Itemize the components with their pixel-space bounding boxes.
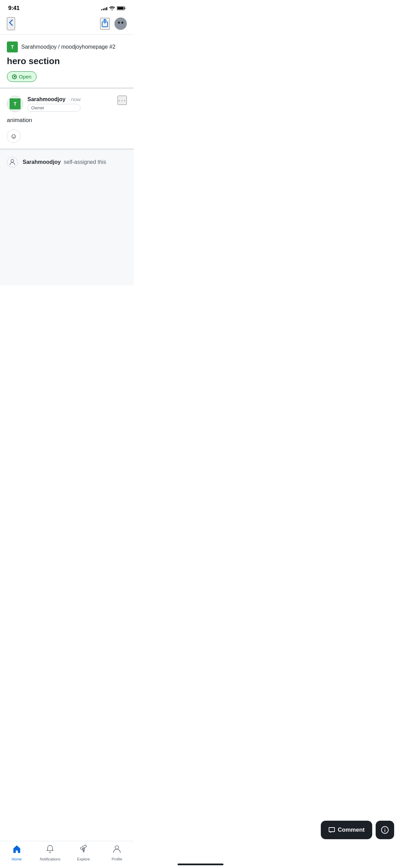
comment-user-details: Sarahmoodjoy · now Owner bbox=[27, 96, 81, 112]
comment-logo-icon: T bbox=[14, 101, 17, 107]
nav-bar bbox=[0, 14, 134, 34]
emoji-reaction-button[interactable]: ☺ bbox=[7, 129, 21, 143]
svg-point-7 bbox=[11, 159, 14, 162]
svg-rect-1 bbox=[125, 8, 125, 9]
status-bar: 9:41 bbox=[0, 0, 134, 14]
activity-section: Sarahmoodjoy self-assigned this bbox=[0, 148, 134, 286]
open-label: Open bbox=[19, 74, 32, 80]
battery-icon bbox=[117, 6, 125, 10]
issue-header: T Sarahmoodjoy / moodjoyhomepage #2 hero… bbox=[0, 35, 134, 87]
svg-point-4 bbox=[114, 17, 127, 30]
comment-user-info: T Sarahmoodjoy · now Owner bbox=[7, 96, 81, 112]
back-button[interactable] bbox=[7, 17, 15, 30]
wifi-icon bbox=[109, 6, 115, 10]
comment-section: T Sarahmoodjoy · now Owner ··· animation… bbox=[0, 87, 134, 148]
open-badge: Open bbox=[7, 71, 37, 82]
share-button[interactable] bbox=[100, 18, 110, 30]
status-icons bbox=[101, 6, 125, 10]
activity-text: Sarahmoodjoy self-assigned this bbox=[23, 159, 106, 165]
comment-body: animation bbox=[7, 117, 127, 124]
svg-rect-2 bbox=[118, 7, 124, 10]
comment-avatar-logo: T bbox=[10, 98, 21, 109]
comment-avatar: T bbox=[7, 96, 23, 112]
owner-badge: Owner bbox=[27, 104, 81, 112]
repo-path: Sarahmoodjoy / moodjoyhomepage #2 bbox=[21, 44, 116, 50]
issue-title: hero section bbox=[7, 56, 127, 67]
comment-username: Sarahmoodjoy bbox=[27, 96, 65, 103]
avatar[interactable] bbox=[114, 17, 127, 30]
activity-action: self-assigned this bbox=[62, 159, 106, 165]
activity-username: Sarahmoodjoy bbox=[23, 159, 61, 165]
status-time: 9:41 bbox=[8, 5, 20, 12]
svg-point-6 bbox=[121, 22, 123, 24]
activity-item: Sarahmoodjoy self-assigned this bbox=[7, 157, 127, 168]
comment-time: · now bbox=[68, 96, 81, 102]
comment-username-row: Sarahmoodjoy · now bbox=[27, 96, 81, 103]
repo-logo-icon: T bbox=[11, 44, 14, 50]
comment-more-button[interactable]: ··· bbox=[118, 96, 127, 105]
repo-logo: T bbox=[7, 41, 18, 52]
nav-right-actions bbox=[100, 17, 127, 30]
open-circle-icon bbox=[12, 74, 17, 79]
comment-header: T Sarahmoodjoy · now Owner ··· bbox=[7, 96, 127, 112]
svg-point-5 bbox=[118, 22, 120, 24]
person-icon bbox=[7, 157, 18, 168]
signal-icon bbox=[101, 6, 107, 10]
repo-line: T Sarahmoodjoy / moodjoyhomepage #2 bbox=[7, 41, 127, 52]
